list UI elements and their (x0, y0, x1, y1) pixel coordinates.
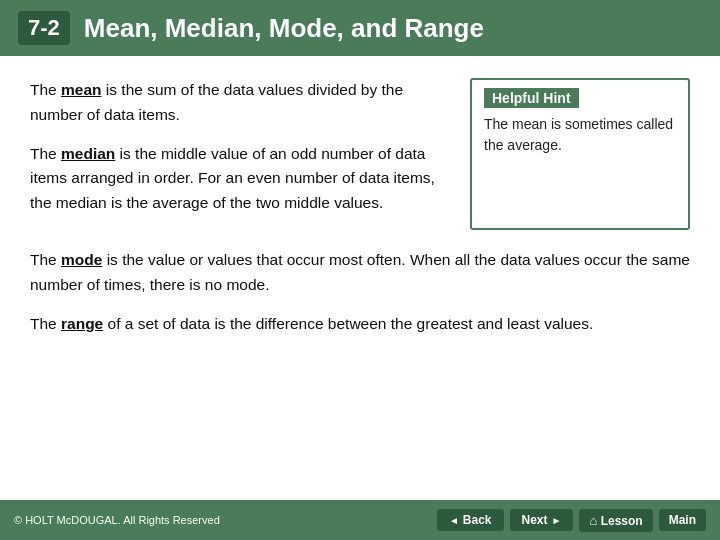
mode-definition: The mode is the value or values that occ… (30, 248, 690, 298)
header-title: Mean, Median, Mode, and Range (84, 13, 484, 44)
hint-text: The mean is sometimes called the average… (484, 114, 676, 156)
lesson-label: Lesson (601, 514, 643, 528)
range-text-before: The (30, 315, 61, 332)
hint-title: Helpful Hint (484, 88, 579, 108)
mode-section: The mode is the value or values that occ… (30, 248, 690, 298)
range-term: range (61, 315, 103, 332)
back-button[interactable]: Back (437, 509, 504, 531)
mean-text-before: The (30, 81, 61, 98)
lesson-badge: 7-2 (18, 11, 70, 45)
median-term: median (61, 145, 115, 162)
header: 7-2 Mean, Median, Mode, and Range (0, 0, 720, 56)
mode-text-before: The (30, 251, 61, 268)
footer-nav: Back Next Lesson Main (437, 509, 706, 532)
mode-term: mode (61, 251, 102, 268)
main-content: The mean is the sum of the data values d… (0, 56, 720, 360)
range-section: The range of a set of data is the differ… (30, 312, 690, 337)
next-label: Next (522, 513, 548, 527)
back-arrow-icon (449, 513, 459, 527)
median-text-before: The (30, 145, 61, 162)
range-text-after: of a set of data is the difference betwe… (103, 315, 593, 332)
top-section: The mean is the sum of the data values d… (30, 78, 690, 230)
lesson-button[interactable]: Lesson (579, 509, 652, 532)
range-definition: The range of a set of data is the differ… (30, 312, 690, 337)
back-label: Back (463, 513, 492, 527)
copyright: © HOLT McDOUGAL. All Rights Reserved (14, 514, 220, 526)
mean-term: mean (61, 81, 102, 98)
mean-definition: The mean is the sum of the data values d… (30, 78, 450, 128)
median-definition: The median is the middle value of an odd… (30, 142, 450, 216)
hint-box: Helpful Hint The mean is sometimes calle… (470, 78, 690, 230)
lesson-home-icon (589, 514, 597, 528)
main-label: Main (669, 513, 696, 527)
definitions-left: The mean is the sum of the data values d… (30, 78, 450, 230)
next-button[interactable]: Next (510, 509, 574, 531)
main-button[interactable]: Main (659, 509, 706, 531)
footer: © HOLT McDOUGAL. All Rights Reserved Bac… (0, 500, 720, 540)
next-arrow-icon (552, 513, 562, 527)
mode-text-after: is the value or values that occur most o… (30, 251, 690, 293)
